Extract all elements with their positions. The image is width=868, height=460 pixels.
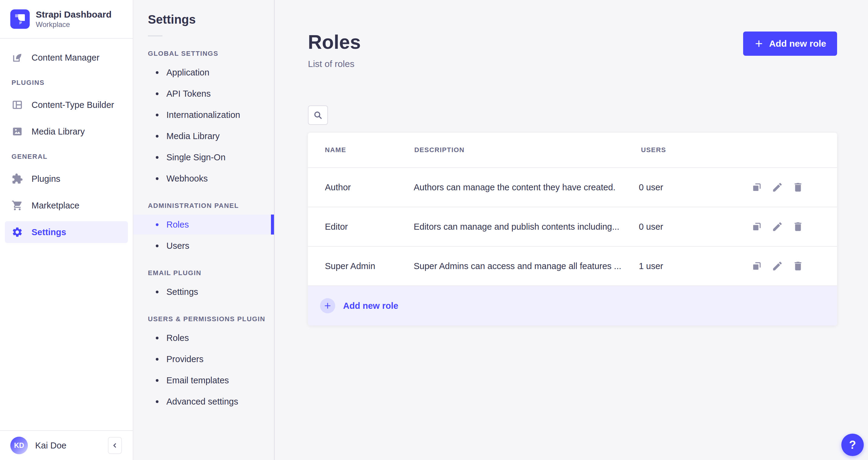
sidebar-nav: Content Manager PLUGINS Content-Type Bui… [0,39,133,248]
subnav-section-label: USERS & PERMISSIONS PLUGIN [148,315,274,323]
subnav-item-providers[interactable]: Providers [133,349,274,369]
workspace-name: Workplace [36,20,112,29]
table-footer-label: Add new role [343,301,398,311]
subnav-item-advanced-settings[interactable]: Advanced settings [133,392,274,411]
role-users-count: 0 user [639,222,751,232]
delete-icon[interactable] [792,260,804,272]
bullet-icon [156,337,158,339]
page-header: Roles List of roles Add new role [308,32,837,69]
subnav-item-roles-up[interactable]: Roles [133,328,274,348]
duplicate-icon[interactable] [751,182,763,193]
subnav-item-users[interactable]: Users [133,236,274,256]
bullet-icon [156,177,158,180]
add-new-role-button[interactable]: Add new role [743,32,837,56]
column-header-users: USERS [641,146,754,154]
add-new-role-button-label: Add new role [769,38,826,49]
delete-icon[interactable] [792,221,804,233]
sidebar-item-marketplace[interactable]: Marketplace [5,194,128,216]
subnav-item-roles-admin[interactable]: Roles [133,215,274,235]
bullet-icon [156,379,158,382]
sidebar-item-settings[interactable]: Settings [5,221,128,243]
sidebar-item-label: Content Manager [32,53,99,63]
search-icon [313,110,323,120]
row-actions [751,221,837,233]
puzzle-icon [11,173,23,185]
sidebar-item-media-library[interactable]: Media Library [5,121,128,143]
subnav-section-email-plugin: EMAIL PLUGIN Settings [133,269,274,302]
subnav-item-application[interactable]: Application [133,62,274,83]
table-header-row: NAME DESCRIPTION USERS [308,133,837,167]
app-title: Strapi Dashboard [36,9,112,20]
bullet-icon [156,156,158,159]
subnav-item-webhooks[interactable]: Webhooks [133,168,274,188]
table-row-editor[interactable]: Editor Editors can manage and publish co… [308,207,837,246]
role-description: Editors can manage and publish contents … [414,222,639,232]
sidebar-section-plugins: PLUGINS [11,79,128,87]
subnav-item-api-tokens[interactable]: API Tokens [133,84,274,104]
feather-pen-icon [11,52,23,63]
subnav-title: Settings [148,13,274,26]
sidebar-footer: KD Kai Doe [0,430,133,460]
role-description: Super Admins can access and manage all f… [414,261,639,271]
subnav-item-email-templates[interactable]: Email templates [133,370,274,390]
search-button[interactable] [308,105,328,125]
page-title: Roles [308,32,361,53]
cart-icon [11,200,23,211]
table-row-super-admin[interactable]: Super Admin Super Admins can access and … [308,246,837,285]
role-users-count: 1 user [639,261,751,271]
help-button[interactable]: ? [841,434,864,456]
question-mark-icon: ? [849,438,856,452]
layout-icon [11,99,23,111]
user-name: Kai Doe [35,440,66,451]
plus-icon [320,298,335,313]
picture-icon [11,126,23,137]
avatar[interactable]: KD [10,437,28,454]
bullet-icon [156,290,158,293]
page-header-titles: Roles List of roles [308,32,361,69]
main-content: Roles List of roles Add new role NAME DE… [275,0,868,460]
table-row-author[interactable]: Author Authors can manage the content th… [308,167,837,207]
role-users-count: 0 user [639,182,751,192]
workspace-header[interactable]: Strapi Dashboard Workplace [0,0,133,39]
subnav-divider [148,35,162,36]
column-header-name: NAME [325,146,414,154]
settings-subnav: Settings GLOBAL SETTINGS Application API… [133,0,275,460]
role-name: Author [325,182,414,192]
sidebar-item-label: Marketplace [32,201,80,211]
subnav-item-single-sign-on[interactable]: Single Sign-On [133,147,274,167]
table-footer-add-new-role[interactable]: Add new role [308,285,837,326]
edit-icon[interactable] [772,260,783,272]
duplicate-icon[interactable] [751,221,763,233]
delete-icon[interactable] [792,182,804,193]
subnav-section-global-settings: GLOBAL SETTINGS Application API Tokens I… [133,50,274,188]
sidebar-item-plugins[interactable]: Plugins [5,168,128,190]
duplicate-icon[interactable] [751,260,763,272]
bullet-icon [156,135,158,137]
role-name: Editor [325,222,414,232]
bullet-icon [156,92,158,95]
sidebar-item-content-type-builder[interactable]: Content-Type Builder [5,94,128,116]
subnav-section-users-permissions-plugin: USERS & PERMISSIONS PLUGIN Roles Provide… [133,315,274,411]
gear-icon [11,226,23,238]
roles-table: NAME DESCRIPTION USERS Author Authors ca… [308,133,837,326]
subnav-section-administration-panel: ADMINISTRATION PANEL Roles Users [133,202,274,256]
workspace-titles: Strapi Dashboard Workplace [36,9,112,29]
sidebar-item-content-manager[interactable]: Content Manager [5,47,128,68]
chevron-left-icon [111,441,119,450]
bullet-icon [156,114,158,116]
role-name: Super Admin [325,261,414,271]
subnav-item-media-library[interactable]: Media Library [133,126,274,146]
subnav-section-label: EMAIL PLUGIN [148,269,274,277]
collapse-sidebar-button[interactable] [108,437,122,454]
page-subtitle: List of roles [308,59,361,69]
column-header-description: DESCRIPTION [414,146,641,154]
bullet-icon [156,71,158,74]
bullet-icon [156,245,158,247]
edit-icon[interactable] [772,221,783,233]
role-description: Authors can manage the content they have… [414,182,639,192]
sidebar-section-general: GENERAL [11,153,128,161]
subnav-item-internationalization[interactable]: Internationalization [133,105,274,125]
edit-icon[interactable] [772,182,783,193]
subnav-item-email-settings[interactable]: Settings [133,282,274,302]
sidebar-item-label: Settings [32,227,66,237]
